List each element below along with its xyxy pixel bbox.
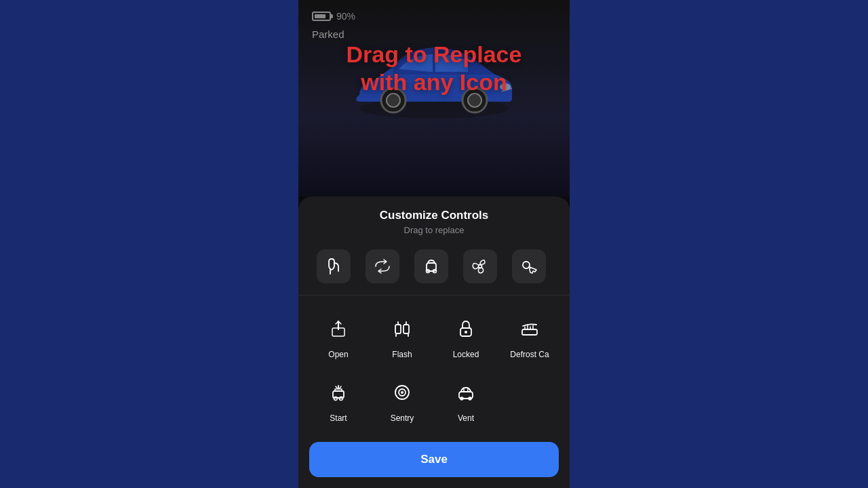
defrost-icon-wrap: [513, 312, 547, 346]
icon-circle-3: [414, 249, 448, 283]
sentry-icon-wrap: [385, 375, 419, 409]
start-icon: [328, 382, 349, 403]
bottom-panel: Customize Controls Drag to replace: [298, 197, 570, 488]
save-button[interactable]: Save: [309, 442, 559, 477]
defrost-control-item[interactable]: Defrost Ca: [498, 306, 561, 365]
svg-rect-12: [403, 325, 409, 333]
svg-point-21: [401, 391, 403, 394]
locked-icon: [456, 319, 476, 339]
svg-point-18: [340, 397, 343, 401]
top-icon-2[interactable]: [358, 246, 407, 287]
icon-circle-4: [463, 249, 497, 283]
battery-fill: [315, 14, 326, 18]
open-control-item[interactable]: Open: [307, 306, 370, 365]
svg-rect-15: [522, 329, 537, 335]
battery-body: [312, 12, 331, 21]
svg-point-17: [334, 397, 338, 401]
flash-icon-wrap: [385, 312, 419, 346]
control-grid: Open Flash: [298, 296, 570, 434]
phone-screen: 90% Parked: [298, 0, 570, 488]
top-icon-4[interactable]: [456, 246, 505, 287]
defrost-icon: [519, 319, 540, 339]
start-label: Start: [330, 413, 347, 423]
vent-control-item[interactable]: Vent: [434, 370, 498, 428]
top-icon-1[interactable]: [309, 246, 358, 287]
locked-label: Locked: [453, 350, 479, 359]
convert-icon: [372, 256, 393, 277]
svg-rect-11: [395, 325, 401, 333]
sentry-control-item[interactable]: Sentry: [370, 370, 434, 428]
drag-line1: Drag to Replace: [298, 41, 570, 68]
locked-control-item[interactable]: Locked: [434, 306, 498, 365]
key-icon: [519, 256, 539, 277]
drag-overlay: Drag to Replace with any Icon: [298, 41, 570, 96]
sentry-icon: [392, 382, 412, 403]
open-icon: [328, 319, 349, 339]
svg-point-14: [465, 331, 467, 333]
defrost-label: Defrost Ca: [510, 350, 549, 359]
icon-circle-5: [512, 249, 546, 283]
icon-circle-2: [366, 249, 399, 283]
battery-icon: [312, 12, 331, 21]
start-icon-wrap: [321, 375, 355, 409]
open-icon-wrap: [321, 312, 355, 346]
open-label: Open: [328, 350, 348, 359]
svg-point-10: [523, 262, 530, 268]
flash-label: Flash: [392, 350, 412, 359]
seatbelt-icon: [323, 256, 344, 277]
drag-line2: with any Icon: [298, 68, 570, 96]
top-icon-5[interactable]: [505, 246, 553, 287]
vent-icon-wrap: [449, 375, 483, 409]
vent-label: Vent: [458, 413, 474, 423]
vent-icon: [456, 382, 476, 403]
icon-circle-1: [317, 249, 351, 283]
flash-icon: [392, 319, 412, 339]
panel-subtitle: Drag to replace: [312, 225, 556, 235]
panel-header: Customize Controls Drag to replace: [298, 197, 570, 241]
flash-control-item[interactable]: Flash: [370, 306, 434, 365]
fan-icon: [470, 256, 490, 277]
panel-title: Customize Controls: [312, 209, 556, 222]
sentry-label: Sentry: [391, 413, 414, 423]
top-icon-row[interactable]: [298, 241, 570, 296]
locked-icon-wrap: [449, 312, 483, 346]
car-section: 90% Parked: [298, 0, 570, 197]
start-control-item[interactable]: Start: [307, 370, 370, 428]
top-icon-3[interactable]: [407, 246, 456, 287]
car-top-icon: [421, 256, 441, 277]
